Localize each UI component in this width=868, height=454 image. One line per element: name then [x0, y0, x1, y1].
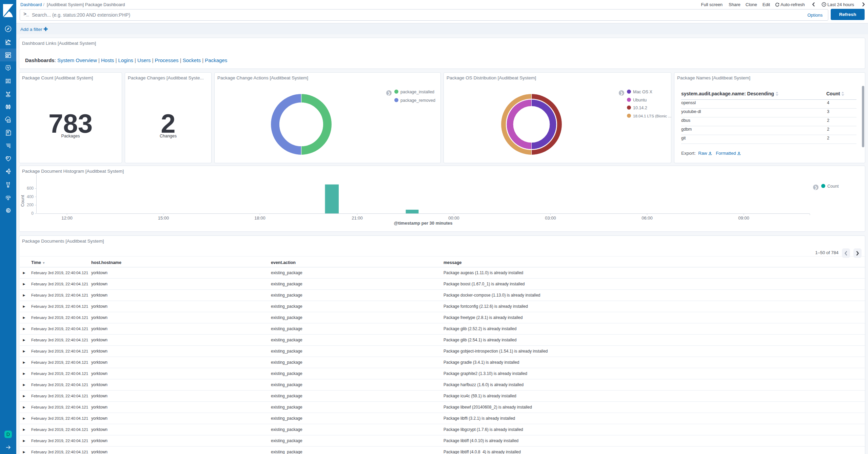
svg-text:03:00: 03:00 — [545, 215, 556, 221]
svg-text:09:00: 09:00 — [738, 215, 749, 221]
svg-text:18:00: 18:00 — [254, 215, 265, 221]
svg-text:0: 0 — [31, 211, 34, 216]
svg-text:400: 400 — [27, 194, 34, 199]
svg-text:12:00: 12:00 — [61, 215, 73, 221]
svg-text:@timestamp per 30 minutes: @timestamp per 30 minutes — [394, 221, 452, 226]
svg-text:15:00: 15:00 — [158, 215, 169, 221]
svg-text:00:00: 00:00 — [448, 215, 459, 221]
svg-text:Count: Count — [20, 195, 25, 207]
svg-text:600: 600 — [27, 186, 34, 191]
svg-text:21:00: 21:00 — [352, 215, 363, 221]
svg-text:200: 200 — [27, 203, 34, 207]
svg-text:06:00: 06:00 — [642, 215, 653, 221]
